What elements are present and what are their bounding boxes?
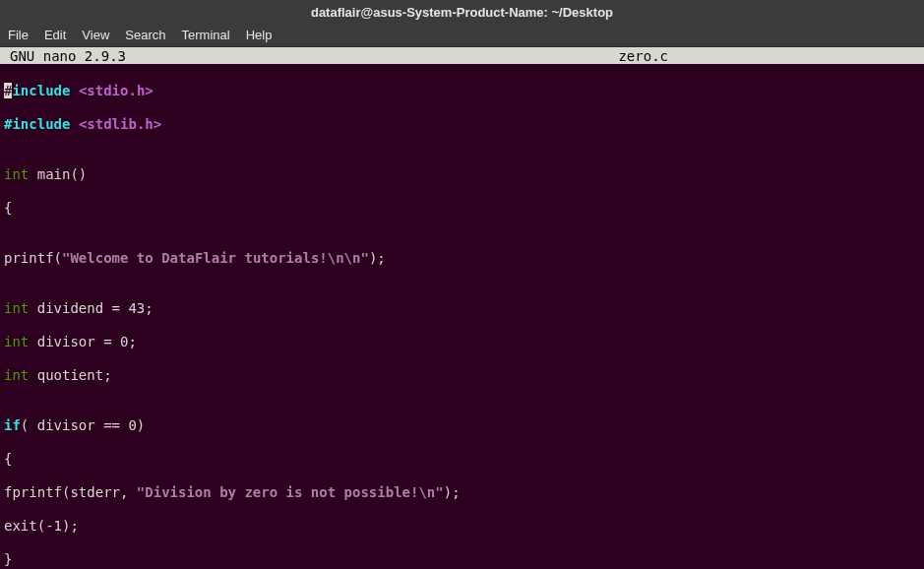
menu-edit[interactable]: Edit	[44, 28, 66, 42]
window-title: dataflair@asus-System-Product-Name: ~/De…	[311, 5, 613, 20]
editor-area[interactable]: #include <stdio.h> #include <stdlib.h> i…	[0, 64, 924, 569]
menubar: File Edit View Search Terminal Help	[0, 24, 924, 47]
nano-app-name: GNU nano 2.9.3	[0, 48, 126, 64]
menu-terminal[interactable]: Terminal	[182, 28, 230, 42]
menu-view[interactable]: View	[82, 28, 109, 42]
nano-filename: zero.c	[618, 48, 924, 64]
menu-file[interactable]: File	[8, 28, 29, 42]
window-titlebar: dataflair@asus-System-Product-Name: ~/De…	[0, 0, 924, 24]
nano-titlebar: GNU nano 2.9.3 zero.c	[0, 47, 924, 64]
menu-search[interactable]: Search	[125, 28, 165, 42]
menu-help[interactable]: Help	[246, 28, 273, 42]
